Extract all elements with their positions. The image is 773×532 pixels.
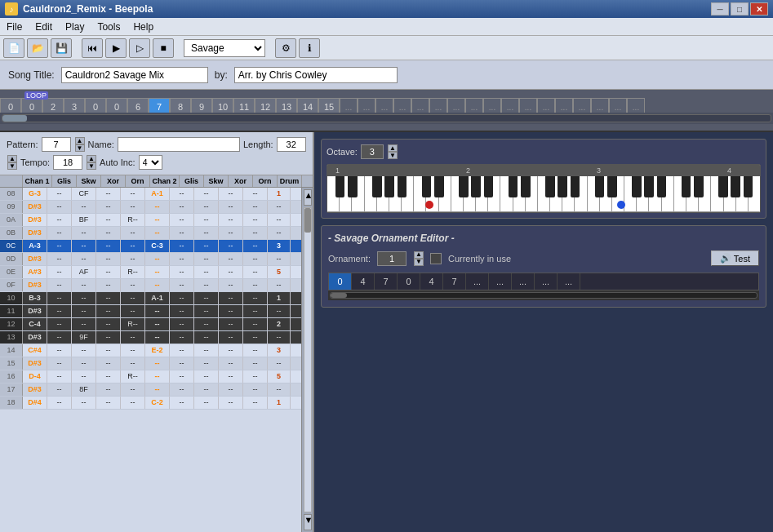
table-row[interactable]: 0EA#3--AF--R------------5: [0, 266, 301, 279]
white-key-6[interactable]: [402, 176, 414, 212]
seq-cell-31[interactable]: ...: [609, 98, 627, 113]
white-key-33[interactable]: [736, 176, 749, 212]
white-key-20[interactable]: [575, 176, 587, 212]
white-key-26[interactable]: [649, 176, 661, 212]
seq-cell-32[interactable]: ...: [627, 98, 645, 113]
length-up[interactable]: ▲: [7, 155, 17, 162]
white-key-2[interactable]: [352, 176, 364, 212]
white-key-16[interactable]: [526, 176, 538, 212]
chip-select[interactable]: Savage: [184, 39, 265, 57]
song-title-input[interactable]: [61, 67, 208, 83]
autoinc-select[interactable]: 4: [139, 155, 162, 170]
pattern-input[interactable]: [42, 137, 71, 152]
table-row[interactable]: 09D#3--------------------: [0, 201, 301, 214]
tempo-down[interactable]: ▼: [87, 162, 96, 170]
white-key-29[interactable]: [686, 176, 699, 212]
seq-cell-10[interactable]: 10: [212, 98, 233, 113]
white-key-5[interactable]: [389, 176, 402, 212]
seq-cell-30[interactable]: ...: [591, 98, 609, 113]
octave-down[interactable]: ▼: [388, 152, 398, 159]
pattern-down[interactable]: ▼: [75, 144, 85, 152]
seq-cell-28[interactable]: ...: [555, 98, 573, 113]
white-key-32[interactable]: [724, 176, 736, 212]
ornament-spinner[interactable]: ▲ ▼: [414, 251, 424, 266]
white-key-14[interactable]: [500, 176, 513, 212]
seq-cell-18[interactable]: ...: [375, 98, 393, 113]
table-row[interactable]: 11D#3--------------------: [0, 305, 301, 318]
table-row[interactable]: 0CA-3--------C-3--------3: [0, 240, 301, 253]
ornament-down[interactable]: ▼: [414, 259, 424, 266]
seq-cell-27[interactable]: ...: [537, 98, 555, 113]
new-button[interactable]: 📄: [3, 38, 24, 58]
white-key-30[interactable]: [699, 176, 711, 212]
white-key-9[interactable]: [439, 176, 451, 212]
open-button[interactable]: 📂: [27, 38, 48, 58]
tempo-up[interactable]: ▲: [87, 155, 96, 162]
seq-cell-12[interactable]: 12: [255, 98, 276, 113]
table-row[interactable]: 17D#3--8F----------------: [0, 383, 301, 397]
menu-item-help[interactable]: Help: [127, 20, 160, 34]
white-key-7[interactable]: [414, 176, 426, 212]
table-row[interactable]: 16D-4------R------------5: [0, 370, 301, 383]
seq-cell-3[interactable]: 3: [64, 98, 85, 113]
table-row[interactable]: 12C-4------R------------2: [0, 318, 301, 331]
white-key-18[interactable]: [550, 176, 562, 212]
seq-cell-19[interactable]: ...: [393, 98, 411, 113]
orn-scroll-thumb[interactable]: [331, 293, 347, 298]
orn-seq-cell-6[interactable]: ...: [466, 273, 489, 290]
seq-cell-24[interactable]: ...: [483, 98, 501, 113]
menu-item-file[interactable]: File: [0, 20, 29, 34]
seq-cell-20[interactable]: ...: [411, 98, 429, 113]
play-button[interactable]: ▶: [105, 38, 127, 58]
orn-seq-cell-5[interactable]: 7: [443, 273, 466, 290]
menu-item-play[interactable]: Play: [59, 20, 91, 34]
white-key-3[interactable]: [365, 176, 377, 212]
pattern-spinner[interactable]: ▲ ▼: [75, 137, 85, 152]
song-by-input[interactable]: [234, 67, 398, 83]
table-row[interactable]: 08G-3--CF----A-1--------1: [0, 188, 301, 201]
white-key-28[interactable]: [674, 176, 686, 212]
octave-input[interactable]: [361, 144, 384, 159]
white-key-1[interactable]: [340, 176, 352, 212]
orn-seq-cell-2[interactable]: 7: [375, 273, 398, 290]
tempo-spinner[interactable]: ▲ ▼: [87, 155, 96, 170]
orn-seq-cell-3[interactable]: 0: [398, 273, 420, 290]
white-key-12[interactable]: [476, 176, 488, 212]
white-key-17[interactable]: [538, 176, 550, 212]
seq-cell-23[interactable]: ...: [465, 98, 483, 113]
seq-cell-29[interactable]: ...: [573, 98, 591, 113]
white-key-31[interactable]: [711, 176, 723, 212]
test-button[interactable]: 🔊 Test: [711, 250, 759, 266]
seq-cell-17[interactable]: ...: [358, 98, 375, 113]
table-row[interactable]: 0AD#3--BF--R--------------: [0, 214, 301, 227]
white-key-22[interactable]: [600, 176, 612, 212]
white-key-11[interactable]: [464, 176, 476, 212]
play-from-start-button[interactable]: ⏮: [82, 38, 103, 58]
seq-cell-11[interactable]: 11: [233, 98, 255, 113]
sequence-scrollbar[interactable]: [0, 113, 773, 124]
white-key-24[interactable]: [624, 176, 637, 212]
seq-cell-1[interactable]: 0: [21, 98, 42, 113]
table-row[interactable]: 15D#3--------------------: [0, 357, 301, 370]
white-key-13[interactable]: [488, 176, 500, 212]
menu-item-edit[interactable]: Edit: [29, 20, 59, 34]
seq-cell-5[interactable]: 0: [106, 98, 127, 113]
seq-cell-2[interactable]: 2: [42, 98, 64, 113]
white-key-0[interactable]: [327, 176, 340, 212]
ornament-number-input[interactable]: [377, 251, 406, 266]
table-row[interactable]: 14C#4--------E-2--------3: [0, 344, 301, 357]
seq-cell-25[interactable]: ...: [501, 98, 519, 113]
channel-scrollbar[interactable]: ▲ ▼: [301, 188, 313, 532]
save-button[interactable]: 💾: [51, 38, 72, 58]
seq-cell-14[interactable]: 14: [297, 98, 318, 113]
in-use-checkbox[interactable]: [430, 253, 442, 264]
scroll-down-btn[interactable]: ▼: [304, 514, 312, 530]
minimize-button[interactable]: ─: [711, 2, 729, 16]
table-row[interactable]: 13D#3--9F----------------: [0, 331, 301, 344]
table-row[interactable]: 0DD#3--------------------: [0, 253, 301, 266]
orn-scroll-track[interactable]: [330, 292, 757, 299]
octave-up[interactable]: ▲: [388, 144, 398, 152]
seq-cell-8[interactable]: 8: [170, 98, 191, 113]
white-key-25[interactable]: [637, 176, 649, 212]
seq-cell-6[interactable]: 6: [127, 98, 149, 113]
